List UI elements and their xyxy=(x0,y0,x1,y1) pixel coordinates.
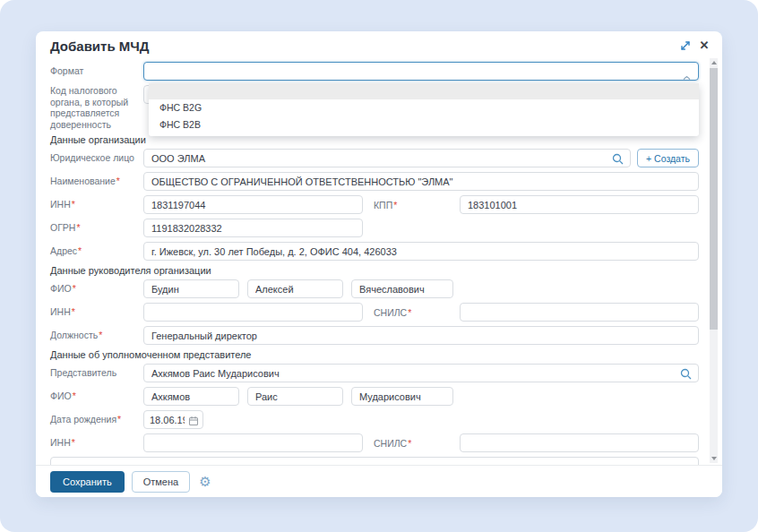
head-lastname-input[interactable] xyxy=(143,279,239,298)
org-ogrn-row: ОГРН xyxy=(50,219,699,237)
format-select[interactable] xyxy=(143,62,699,81)
org-ogrn-label: ОГРН xyxy=(50,222,143,234)
dialog-footer: Сохранить Отмена ⚙ xyxy=(36,465,722,497)
rep-inn-snils-row: ИНН СНИЛС xyxy=(50,433,699,452)
calendar-icon[interactable] xyxy=(188,414,199,430)
head-middlename-input[interactable] xyxy=(351,279,453,298)
rep-middlename-input[interactable] xyxy=(351,387,453,406)
legal-entity-label: Юридическое лицо xyxy=(50,152,143,164)
legal-entity-row: Юридическое лицо + Создать xyxy=(50,149,699,167)
scrollbar-down-button[interactable] xyxy=(710,454,718,463)
head-position-input[interactable] xyxy=(143,326,699,345)
head-inn-input[interactable] xyxy=(143,303,363,322)
rep-fio-row: ФИО xyxy=(50,387,699,406)
close-icon[interactable]: ✕ xyxy=(698,39,711,52)
head-inn-label: ИНН xyxy=(50,306,143,318)
rep-firstname-input[interactable] xyxy=(247,387,343,406)
scrollbar[interactable] xyxy=(710,58,718,463)
org-name-row: Наименование xyxy=(50,172,699,191)
rep-lastname-input[interactable] xyxy=(143,387,239,406)
legal-entity-input[interactable] xyxy=(143,149,631,167)
org-ogrn-input[interactable] xyxy=(143,219,363,237)
expand-icon[interactable] xyxy=(679,39,692,52)
dialog-body: Формат ФНС B2G ФНС B2B Код налогового ор xyxy=(36,56,722,465)
gear-icon[interactable]: ⚙ xyxy=(199,471,211,493)
search-icon[interactable] xyxy=(612,152,624,168)
format-row: Формат ФНС B2G ФНС B2B xyxy=(50,62,699,81)
head-snils-label: СНИЛС xyxy=(374,307,460,318)
org-name-label: Наименование xyxy=(50,176,143,187)
org-name-input[interactable] xyxy=(143,172,699,191)
rep-snils-label: СНИЛС xyxy=(374,438,460,449)
scrollbar-thumb[interactable] xyxy=(710,68,718,330)
head-position-row: Должность xyxy=(50,326,699,345)
search-icon[interactable] xyxy=(680,367,692,383)
create-button[interactable]: + Создать xyxy=(637,149,699,167)
rep-fio-label: ФИО xyxy=(50,390,143,402)
format-dropdown: ФНС B2G ФНС B2B xyxy=(149,83,699,136)
save-button[interactable]: Сохранить xyxy=(50,471,125,493)
dialog-header: Добавить МЧД ✕ xyxy=(36,31,722,56)
org-address-input[interactable] xyxy=(143,242,699,261)
head-position-label: Должность xyxy=(50,330,143,341)
dropdown-option-empty[interactable] xyxy=(149,83,699,99)
head-inn-snils-row: ИНН СНИЛС xyxy=(50,303,699,322)
representative-row: Представитель xyxy=(50,364,699,382)
representative-section-title: Данные об уполномоченном представителе xyxy=(50,349,699,360)
format-label: Формат xyxy=(50,65,143,77)
rep-birthdate-row: Дата рождения xyxy=(50,410,699,429)
representative-label: Представитель xyxy=(50,367,143,379)
org-kpp-input[interactable] xyxy=(460,195,699,214)
org-inn-label: ИНН xyxy=(50,199,143,210)
dialog-title: Добавить МЧД xyxy=(50,39,708,54)
clipped-next-section-box: Полномочия xyxy=(50,457,699,465)
head-firstname-input[interactable] xyxy=(247,279,343,298)
chevron-up-icon[interactable] xyxy=(683,68,691,84)
head-section-title: Данные руководителя организации xyxy=(50,265,699,276)
cancel-button[interactable]: Отмена xyxy=(132,471,190,493)
rep-inn-label: ИНН xyxy=(50,437,143,449)
org-address-label: Адрес xyxy=(50,245,143,257)
add-mchd-dialog: Добавить МЧД ✕ Формат xyxy=(36,31,722,497)
rep-birthdate-label: Дата рождения xyxy=(50,414,143,425)
head-snils-input[interactable] xyxy=(460,303,699,322)
app-background: Добавить МЧД ✕ Формат xyxy=(0,0,758,532)
rep-inn-input[interactable] xyxy=(143,433,363,452)
head-fio-row: ФИО xyxy=(50,279,699,298)
org-address-row: Адрес xyxy=(50,242,699,261)
org-kpp-label: КПП xyxy=(374,200,460,210)
org-inn-kpp-row: ИНН КПП xyxy=(50,195,699,214)
org-inn-input[interactable] xyxy=(143,195,363,214)
representative-input[interactable] xyxy=(143,364,699,382)
dropdown-option-fns-b2g[interactable]: ФНС B2G xyxy=(149,99,699,116)
scrollbar-up-button[interactable] xyxy=(710,58,718,67)
tax-authority-label: Код налогового органа, в который предста… xyxy=(50,85,143,130)
rep-snils-input[interactable] xyxy=(460,433,699,452)
dropdown-option-fns-b2b[interactable]: ФНС B2B xyxy=(149,116,699,133)
head-fio-label: ФИО xyxy=(50,283,143,295)
